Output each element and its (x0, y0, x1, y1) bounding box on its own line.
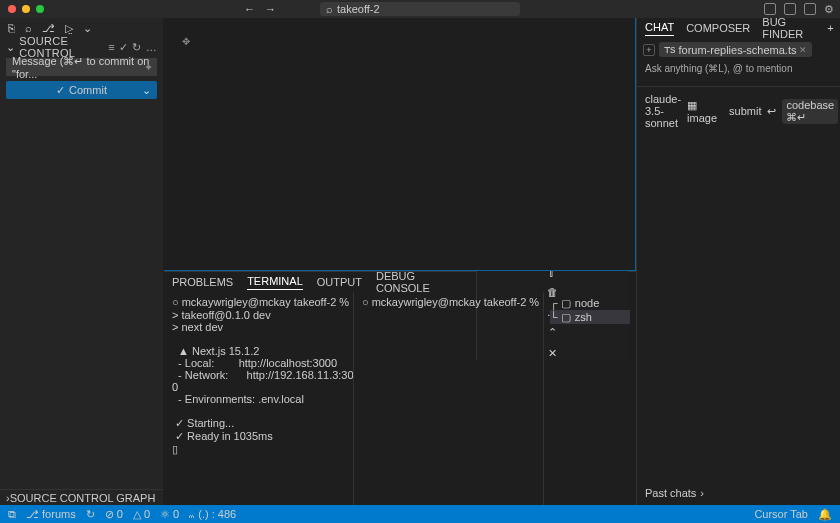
codebase-pill[interactable]: codebase ⌘↵ (782, 99, 838, 124)
commit-check-icon[interactable]: ✓ (119, 41, 128, 54)
view-list-icon[interactable]: ≡ (108, 41, 115, 53)
move-cursor-icon: ✥ (182, 36, 190, 47)
submit-arrow-icon: ↩ (767, 105, 776, 118)
tab-bug-finder[interactable]: BUG FINDER (762, 16, 803, 40)
tab-problems[interactable]: PROBLEMS (172, 276, 233, 288)
minimize-window[interactable] (22, 5, 30, 13)
source-control-header[interactable]: ⌄ SOURCE CONTROL ≡ ✓ ↻ … (0, 38, 163, 56)
chevron-down-icon[interactable]: ⌄ (142, 84, 151, 97)
layout-bottom-icon[interactable] (784, 3, 796, 15)
terminal-list: ┌ ▢ node └ ▢ zsh (544, 292, 636, 505)
sparkle-icon[interactable]: ✦ (144, 61, 153, 74)
source-control-graph-header[interactable]: › SOURCE CONTROL GRAPH (0, 489, 163, 505)
model-label[interactable]: claude-3.5-sonnet (645, 93, 681, 129)
nav-back-icon[interactable]: ← (244, 3, 255, 15)
chat-input[interactable]: Ask anything (⌘L), @ to mention (637, 61, 840, 76)
editor-area[interactable]: ✥ (164, 18, 636, 271)
terminal-item-node[interactable]: ┌ ▢ node (550, 296, 630, 310)
source-control-icon[interactable]: ⎇ (42, 22, 55, 35)
terminal-2[interactable]: ○ mckaywrigley@mckay takeoff-2 % ▯ (354, 292, 544, 505)
context-chips: + ᴛs forum-replies-schema.ts ✕ (637, 38, 840, 61)
status-metric[interactable]: ⚛ 0 (160, 508, 179, 521)
layout-right-icon[interactable] (804, 3, 816, 15)
titlebar: ← → ⌕ takeoff-2 ⚙ (0, 0, 840, 18)
image-attach[interactable]: ▦ image (687, 99, 717, 124)
remote-indicator[interactable]: ⧉ (8, 508, 16, 521)
chat-tabs: CHAT COMPOSER BUG FINDER + ↻ … (637, 18, 840, 38)
settings-gear-icon[interactable]: ⚙ (824, 3, 834, 16)
git-branch[interactable]: ⎇ forums (26, 508, 76, 521)
layout-left-icon[interactable] (764, 3, 776, 15)
search-text: takeoff-2 (337, 3, 380, 15)
line-info[interactable]: ⩋ (.) : 486 (189, 508, 236, 520)
main-area: ✥ PROBLEMS TERMINAL OUTPUT DEBUG CONSOLE… (164, 18, 636, 505)
chevron-right-icon: › (700, 487, 704, 499)
new-chat-icon[interactable]: + (827, 22, 833, 34)
search-tool-icon[interactable]: ⌕ (25, 22, 32, 34)
status-bar: ⧉ ⎇ forums ↻ ⊘ 0 △ 0 ⚛ 0 ⩋ (.) : 486 Cur… (0, 505, 840, 523)
tab-chat[interactable]: CHAT (645, 21, 674, 36)
submit-label[interactable]: submit (729, 105, 761, 117)
chip-label: forum-replies-schema.ts (679, 44, 797, 56)
commit-placeholder: Message (⌘↵ to commit on "for... (12, 55, 151, 80)
file-icon: ᴛs (664, 43, 676, 56)
errors-count[interactable]: ⊘ 0 (105, 508, 123, 521)
history-nav: ← → (244, 3, 276, 15)
close-window[interactable] (8, 5, 16, 13)
more-icon[interactable]: ⌄ (83, 22, 92, 35)
chevron-down-icon: ⌄ (6, 41, 15, 54)
explorer-icon[interactable]: ⎘ (8, 22, 15, 34)
past-chats[interactable]: Past chats› (637, 481, 840, 505)
add-context-icon[interactable]: + (643, 44, 655, 56)
notifications-icon[interactable]: 🔔 (818, 508, 832, 521)
remove-chip-icon[interactable]: ✕ (799, 45, 807, 55)
run-debug-icon[interactable]: ▷̤ (65, 22, 73, 35)
terminal-1[interactable]: ○ mckaywrigley@mckay takeoff-2 % npm run… (164, 292, 354, 505)
panel-tabs: PROBLEMS TERMINAL OUTPUT DEBUG CONSOLE ▢… (164, 272, 636, 292)
graph-title: SOURCE CONTROL GRAPH (10, 492, 156, 504)
context-chip[interactable]: ᴛs forum-replies-schema.ts ✕ (659, 42, 812, 57)
titlebar-right: ⚙ (764, 3, 834, 16)
window-controls (0, 5, 44, 13)
check-icon: ✓ (56, 84, 65, 97)
terminal-item-zsh[interactable]: └ ▢ zsh (550, 310, 630, 324)
tab-composer[interactable]: COMPOSER (686, 22, 750, 34)
tab-output[interactable]: OUTPUT (317, 276, 362, 288)
tab-debug-console[interactable]: DEBUG CONSOLE (376, 270, 448, 294)
maximize-window[interactable] (36, 5, 44, 13)
sync-icon[interactable]: ↻ (86, 508, 95, 521)
warnings-count[interactable]: △ 0 (133, 508, 150, 521)
more-actions-icon[interactable]: … (146, 41, 157, 53)
refresh-icon[interactable]: ↻ (132, 41, 141, 54)
terminal-container: ○ mckaywrigley@mckay takeoff-2 % npm run… (164, 292, 636, 505)
chat-sidebar: CHAT COMPOSER BUG FINDER + ↻ … + ᴛs foru… (636, 18, 840, 505)
search-icon: ⌕ (326, 3, 333, 15)
chat-meta-bar: claude-3.5-sonnet ▦ image submit ↩ codeb… (637, 86, 840, 135)
bottom-panel: PROBLEMS TERMINAL OUTPUT DEBUG CONSOLE ▢… (164, 271, 636, 505)
cursor-tab[interactable]: Cursor Tab (754, 508, 808, 520)
nav-forward-icon[interactable]: → (265, 3, 276, 15)
sidebar: ⎘ ⌕ ⎇ ▷̤ ⌄ ⌄ SOURCE CONTROL ≡ ✓ ↻ … Mess… (0, 18, 164, 505)
command-search[interactable]: ⌕ takeoff-2 (320, 2, 520, 16)
commit-button[interactable]: ✓ Commit ⌄ (6, 81, 157, 99)
commit-label: Commit (69, 84, 107, 96)
tab-terminal[interactable]: TERMINAL (247, 275, 303, 290)
commit-message-input[interactable]: Message (⌘↵ to commit on "for... ✦ (6, 58, 157, 76)
